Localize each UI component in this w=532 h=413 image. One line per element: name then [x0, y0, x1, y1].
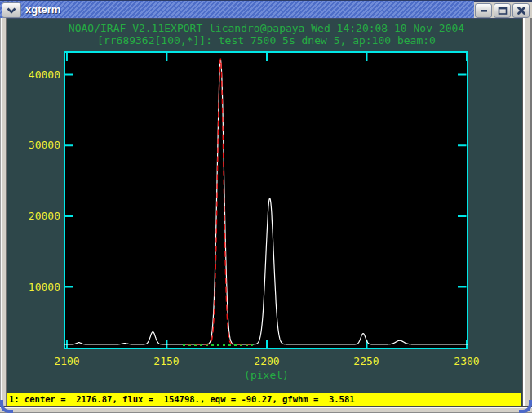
x-tick-label: 2300 — [442, 355, 491, 367]
titlebar-buttons — [474, 1, 532, 19]
titlebar-separator — [0, 18, 532, 19]
y-tick-label: 30000 — [0, 139, 60, 152]
title-bar[interactable]: xgterm — [0, 0, 532, 18]
chevron-down-icon — [7, 7, 16, 14]
window-menu-button[interactable] — [2, 2, 21, 18]
close-icon — [516, 6, 526, 16]
minimize-icon — [479, 6, 489, 16]
close-button[interactable] — [512, 3, 530, 18]
xgterm-window: { "window": { "title": "xgterm" }, "term… — [0, 0, 532, 413]
y-tick-label: 20000 — [0, 210, 60, 223]
window-frame-bottom — [0, 406, 532, 413]
y-tick-label: 10000 — [0, 281, 60, 294]
y-tick-label: 40000 — [0, 69, 60, 82]
window-title: xgterm — [25, 3, 60, 16]
gaussian-fit-line — [186, 59, 255, 344]
maximize-icon — [498, 6, 508, 16]
maximize-button[interactable] — [494, 3, 511, 18]
x-tick-label: 2200 — [242, 355, 291, 367]
x-tick-label: 2150 — [142, 355, 191, 367]
x-tick-label: 2250 — [342, 355, 391, 367]
minimize-button[interactable] — [475, 3, 492, 18]
x-axis-title: (pixel) — [1, 369, 532, 381]
window-frame-right — [522, 18, 532, 406]
plot-box — [64, 52, 468, 349]
x-tick-label: 2100 — [42, 355, 91, 367]
spectrum-plot — [0, 0, 532, 413]
window-frame-left — [0, 18, 7, 406]
spectrum-line — [64, 60, 468, 344]
status-bar: 1: center = 2176.87, flux = 154798., eqw… — [7, 393, 521, 406]
